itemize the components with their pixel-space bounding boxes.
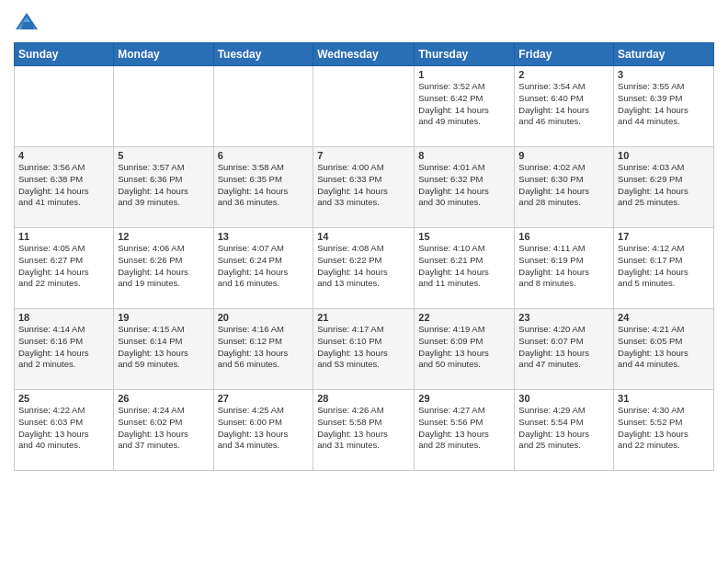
day-number: 25 <box>18 393 109 404</box>
calendar-cell: 4Sunrise: 3:56 AM Sunset: 6:38 PM Daylig… <box>15 147 114 228</box>
day-number: 12 <box>118 231 209 242</box>
day-info: Sunrise: 4:30 AM Sunset: 5:52 PM Dayligh… <box>618 405 710 452</box>
day-info: Sunrise: 4:21 AM Sunset: 6:05 PM Dayligh… <box>618 324 710 371</box>
day-number: 18 <box>18 312 109 323</box>
day-number: 27 <box>218 393 310 404</box>
day-number: 16 <box>518 231 609 242</box>
day-number: 30 <box>518 393 609 404</box>
day-info: Sunrise: 4:02 AM Sunset: 6:30 PM Dayligh… <box>518 162 609 209</box>
day-number: 7 <box>317 150 410 161</box>
weekday-header-saturday: Saturday <box>614 43 714 66</box>
day-info: Sunrise: 4:16 AM Sunset: 6:12 PM Dayligh… <box>218 324 310 371</box>
weekday-header-sunday: Sunday <box>15 43 114 66</box>
day-info: Sunrise: 4:27 AM Sunset: 5:56 PM Dayligh… <box>418 405 510 452</box>
calendar-cell: 26Sunrise: 4:24 AM Sunset: 6:02 PM Dayli… <box>114 390 213 471</box>
day-info: Sunrise: 4:01 AM Sunset: 6:32 PM Dayligh… <box>418 162 510 209</box>
day-info: Sunrise: 4:08 AM Sunset: 6:22 PM Dayligh… <box>317 243 410 290</box>
day-info: Sunrise: 4:03 AM Sunset: 6:29 PM Dayligh… <box>618 162 710 209</box>
day-info: Sunrise: 4:00 AM Sunset: 6:33 PM Dayligh… <box>317 162 410 209</box>
calendar-cell <box>313 66 415 147</box>
day-info: Sunrise: 4:29 AM Sunset: 5:54 PM Dayligh… <box>518 405 609 452</box>
day-number: 2 <box>518 69 609 80</box>
calendar-cell: 25Sunrise: 4:22 AM Sunset: 6:03 PM Dayli… <box>15 390 114 471</box>
calendar-cell: 17Sunrise: 4:12 AM Sunset: 6:17 PM Dayli… <box>614 228 714 309</box>
calendar-cell: 14Sunrise: 4:08 AM Sunset: 6:22 PM Dayli… <box>313 228 415 309</box>
weekday-header-row: SundayMondayTuesdayWednesdayThursdayFrid… <box>15 43 714 66</box>
calendar-cell: 23Sunrise: 4:20 AM Sunset: 6:07 PM Dayli… <box>515 309 614 390</box>
day-number: 8 <box>418 150 510 161</box>
day-info: Sunrise: 3:58 AM Sunset: 6:35 PM Dayligh… <box>218 162 310 209</box>
day-info: Sunrise: 4:05 AM Sunset: 6:27 PM Dayligh… <box>18 243 109 290</box>
day-number: 9 <box>518 150 609 161</box>
calendar-cell <box>213 66 313 147</box>
day-number: 17 <box>618 231 710 242</box>
day-info: Sunrise: 4:25 AM Sunset: 6:00 PM Dayligh… <box>218 405 310 452</box>
day-info: Sunrise: 4:24 AM Sunset: 6:02 PM Dayligh… <box>118 405 209 452</box>
day-number: 14 <box>317 231 410 242</box>
weekday-header-monday: Monday <box>114 43 213 66</box>
calendar-cell <box>114 66 213 147</box>
calendar-cell: 19Sunrise: 4:15 AM Sunset: 6:14 PM Dayli… <box>114 309 213 390</box>
logo-icon <box>14 9 40 35</box>
calendar-cell: 15Sunrise: 4:10 AM Sunset: 6:21 PM Dayli… <box>415 228 515 309</box>
week-row-3: 11Sunrise: 4:05 AM Sunset: 6:27 PM Dayli… <box>15 228 714 309</box>
day-info: Sunrise: 4:22 AM Sunset: 6:03 PM Dayligh… <box>18 405 109 452</box>
day-number: 28 <box>317 393 410 404</box>
day-number: 31 <box>618 393 710 404</box>
weekday-header-friday: Friday <box>515 43 614 66</box>
day-number: 10 <box>618 150 710 161</box>
calendar-cell: 27Sunrise: 4:25 AM Sunset: 6:00 PM Dayli… <box>213 390 313 471</box>
calendar-cell: 20Sunrise: 4:16 AM Sunset: 6:12 PM Dayli… <box>213 309 313 390</box>
day-info: Sunrise: 4:11 AM Sunset: 6:19 PM Dayligh… <box>518 243 609 290</box>
day-info: Sunrise: 4:19 AM Sunset: 6:09 PM Dayligh… <box>418 324 510 371</box>
day-info: Sunrise: 4:15 AM Sunset: 6:14 PM Dayligh… <box>118 324 209 371</box>
day-number: 5 <box>118 150 209 161</box>
day-number: 6 <box>218 150 310 161</box>
week-row-1: 1Sunrise: 3:52 AM Sunset: 6:42 PM Daylig… <box>15 66 714 147</box>
calendar-cell: 11Sunrise: 4:05 AM Sunset: 6:27 PM Dayli… <box>15 228 114 309</box>
calendar-cell: 13Sunrise: 4:07 AM Sunset: 6:24 PM Dayli… <box>213 228 313 309</box>
week-row-2: 4Sunrise: 3:56 AM Sunset: 6:38 PM Daylig… <box>15 147 714 228</box>
day-info: Sunrise: 3:57 AM Sunset: 6:36 PM Dayligh… <box>118 162 209 209</box>
logo <box>14 9 43 35</box>
day-number: 3 <box>618 69 710 80</box>
calendar-cell: 3Sunrise: 3:55 AM Sunset: 6:39 PM Daylig… <box>614 66 714 147</box>
day-info: Sunrise: 3:54 AM Sunset: 6:40 PM Dayligh… <box>518 81 609 128</box>
calendar-cell: 12Sunrise: 4:06 AM Sunset: 6:26 PM Dayli… <box>114 228 213 309</box>
calendar-cell: 18Sunrise: 4:14 AM Sunset: 6:16 PM Dayli… <box>15 309 114 390</box>
day-number: 26 <box>118 393 209 404</box>
calendar-cell <box>15 66 114 147</box>
calendar-cell: 16Sunrise: 4:11 AM Sunset: 6:19 PM Dayli… <box>515 228 614 309</box>
calendar-cell: 31Sunrise: 4:30 AM Sunset: 5:52 PM Dayli… <box>614 390 714 471</box>
calendar-cell: 29Sunrise: 4:27 AM Sunset: 5:56 PM Dayli… <box>415 390 515 471</box>
calendar-cell: 24Sunrise: 4:21 AM Sunset: 6:05 PM Dayli… <box>614 309 714 390</box>
day-info: Sunrise: 4:17 AM Sunset: 6:10 PM Dayligh… <box>317 324 410 371</box>
day-info: Sunrise: 4:20 AM Sunset: 6:07 PM Dayligh… <box>518 324 609 371</box>
calendar-cell: 2Sunrise: 3:54 AM Sunset: 6:40 PM Daylig… <box>515 66 614 147</box>
calendar-cell: 21Sunrise: 4:17 AM Sunset: 6:10 PM Dayli… <box>313 309 415 390</box>
day-number: 19 <box>118 312 209 323</box>
week-row-5: 25Sunrise: 4:22 AM Sunset: 6:03 PM Dayli… <box>15 390 714 471</box>
day-info: Sunrise: 4:14 AM Sunset: 6:16 PM Dayligh… <box>18 324 109 371</box>
calendar-cell: 1Sunrise: 3:52 AM Sunset: 6:42 PM Daylig… <box>415 66 515 147</box>
weekday-header-wednesday: Wednesday <box>313 43 415 66</box>
day-info: Sunrise: 4:26 AM Sunset: 5:58 PM Dayligh… <box>317 405 410 452</box>
weekday-header-tuesday: Tuesday <box>213 43 313 66</box>
calendar-cell: 28Sunrise: 4:26 AM Sunset: 5:58 PM Dayli… <box>313 390 415 471</box>
day-number: 15 <box>418 231 510 242</box>
calendar-cell: 7Sunrise: 4:00 AM Sunset: 6:33 PM Daylig… <box>313 147 415 228</box>
calendar-cell: 9Sunrise: 4:02 AM Sunset: 6:30 PM Daylig… <box>515 147 614 228</box>
day-info: Sunrise: 4:06 AM Sunset: 6:26 PM Dayligh… <box>118 243 209 290</box>
weekday-header-thursday: Thursday <box>415 43 515 66</box>
page: SundayMondayTuesdayWednesdayThursdayFrid… <box>0 0 728 563</box>
calendar: SundayMondayTuesdayWednesdayThursdayFrid… <box>14 42 714 471</box>
week-row-4: 18Sunrise: 4:14 AM Sunset: 6:16 PM Dayli… <box>15 309 714 390</box>
day-info: Sunrise: 4:10 AM Sunset: 6:21 PM Dayligh… <box>418 243 510 290</box>
calendar-cell: 10Sunrise: 4:03 AM Sunset: 6:29 PM Dayli… <box>614 147 714 228</box>
day-number: 24 <box>618 312 710 323</box>
calendar-cell: 22Sunrise: 4:19 AM Sunset: 6:09 PM Dayli… <box>415 309 515 390</box>
day-number: 29 <box>418 393 510 404</box>
day-info: Sunrise: 4:12 AM Sunset: 6:17 PM Dayligh… <box>618 243 710 290</box>
calendar-cell: 8Sunrise: 4:01 AM Sunset: 6:32 PM Daylig… <box>415 147 515 228</box>
day-number: 22 <box>418 312 510 323</box>
